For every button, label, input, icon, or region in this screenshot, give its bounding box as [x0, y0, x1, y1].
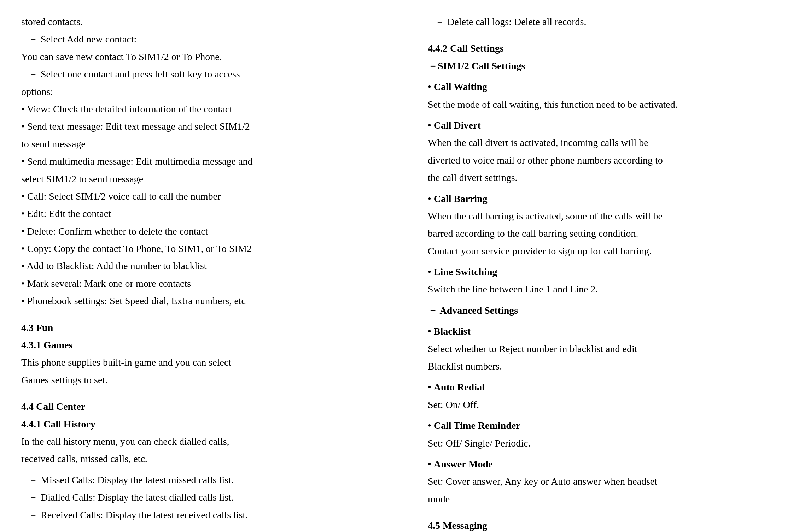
auto-redial-desc: Set: On/ Off.	[428, 397, 778, 412]
right-column: － Delete call logs: Delete all records. …	[400, 14, 778, 532]
call-divert-desc3: the call divert settings.	[428, 170, 778, 185]
games-subheading: 4.3.1 Games	[21, 337, 371, 353]
send-text-bullet: • Send text message: Edit text message a…	[21, 119, 371, 134]
view-bullet: • View: Check the detailed information o…	[21, 101, 371, 117]
games-line1: This phone supplies built-in game and yo…	[21, 355, 371, 370]
call-waiting-label: • Call Waiting	[428, 79, 778, 94]
line-switching-label: • Line Switching	[428, 264, 778, 279]
to-send-message-line: to send message	[21, 136, 371, 152]
games-line2: Games settings to set.	[21, 372, 371, 388]
line-switching-desc: Switch the line between Line 1 and Line …	[428, 282, 778, 297]
send-mms-bullet: • Send multimedia message: Edit multimed…	[21, 154, 371, 169]
call-barring-label: • Call Barring	[428, 191, 778, 206]
advanced-settings-heading: － Advanced Settings	[428, 303, 778, 318]
blacklist-block: • Blacklist Select whether to Reject num…	[428, 324, 778, 374]
left-text-block: stored contacts. － Select Add new contac…	[21, 14, 371, 522]
options-line: options:	[21, 84, 371, 99]
call-history-line2: received calls, missed calls, etc.	[21, 451, 371, 466]
messaging-section: 4.5 Messaging	[428, 518, 778, 532]
call-divert-label: • Call Divert	[428, 118, 778, 133]
answer-mode-block: • Answer Mode Set: Cover answer, Any key…	[428, 456, 778, 507]
call-center-heading: 4.4 Call Center	[21, 399, 371, 414]
auto-redial-label: • Auto Redial	[428, 379, 778, 395]
call-barring-desc2: barred according to the call barring set…	[428, 226, 778, 241]
call-history-subheading: 4.4.1 Call History	[21, 416, 371, 432]
answer-mode-desc2: mode	[428, 491, 778, 507]
missed-calls-item: － Missed Calls: Display the latest misse…	[21, 472, 371, 487]
call-divert-block: • Call Divert When the call divert is ac…	[428, 118, 778, 185]
messaging-heading: 4.5 Messaging	[428, 518, 778, 532]
call-divert-desc2: diverted to voice mail or other phone nu…	[428, 153, 778, 168]
dash-icon2: －	[28, 69, 38, 79]
call-center-section: 4.4 Call Center 4.4.1 Call History In th…	[21, 399, 371, 522]
call-barring-desc3: Contact your service provider to sign up…	[428, 243, 778, 259]
answer-mode-label: • Answer Mode	[428, 456, 778, 472]
phonebook-bullet: • Phonebook settings: Set Speed dial, Ex…	[21, 293, 371, 308]
call-barring-block: • Call Barring When the call barring is …	[428, 191, 778, 259]
call-settings-section: 4.4.2 Call Settings －SIM1/2 Call Setting…	[428, 41, 778, 532]
delete-bullet: • Delete: Confirm whether to delete the …	[21, 224, 371, 239]
sim-call-settings-subheading: －SIM1/2 Call Settings	[428, 58, 778, 73]
call-settings-heading: 4.4.2 Call Settings	[428, 41, 778, 56]
left-column: stored contacts. － Select Add new contac…	[21, 14, 400, 532]
select-add-dash: － Select Add new contact:	[21, 31, 371, 47]
call-history-line1: In the call history menu, you can check …	[21, 434, 371, 449]
call-history-items: － Missed Calls: Display the latest misse…	[21, 472, 371, 522]
call-time-reminder-desc: Set: Off/ Single/ Periodic.	[428, 436, 778, 451]
stored-contacts-line: stored contacts.	[21, 14, 371, 29]
auto-redial-block: • Auto Redial Set: On/ Off.	[428, 379, 778, 412]
page-container: stored contacts. － Select Add new contac…	[0, 0, 799, 532]
edit-bullet: • Edit: Edit the contact	[21, 206, 371, 221]
call-barring-desc1: When the call barring is activated, some…	[428, 208, 778, 224]
dialled-calls-item: － Dialled Calls: Display the latest dial…	[21, 490, 371, 505]
call-time-reminder-block: • Call Time Reminder Set: Off/ Single/ P…	[428, 418, 778, 451]
blacklist-desc2: Blacklist numbers.	[428, 359, 778, 374]
blacklist-bullet: • Add to Blacklist: Add the number to bl…	[21, 258, 371, 273]
fun-heading: 4.3 Fun	[21, 320, 371, 335]
received-calls-item: － Received Calls: Display the latest rec…	[21, 507, 371, 522]
line-switching-block: • Line Switching Switch the line between…	[428, 264, 778, 297]
sim-save-line: You can save new contact To SIM1/2 or To…	[21, 49, 371, 64]
advanced-settings-block: － Advanced Settings • Blacklist Select w…	[428, 303, 778, 507]
select-contact-dash: － Select one contact and press left soft…	[21, 66, 371, 82]
fun-section: 4.3 Fun 4.3.1 Games This phone supplies …	[21, 320, 371, 388]
call-bullet: • Call: Select SIM1/2 voice call to call…	[21, 189, 371, 204]
call-time-reminder-label: • Call Time Reminder	[428, 418, 778, 433]
blacklist-label: • Blacklist	[428, 324, 778, 339]
blacklist-desc1: Select whether to Reject number in black…	[428, 341, 778, 356]
copy-bullet: • Copy: Copy the contact To Phone, To SI…	[21, 241, 371, 256]
call-divert-desc1: When the call divert is activated, incom…	[428, 135, 778, 150]
dash-icon: －	[28, 34, 38, 45]
call-waiting-desc: Set the mode of call waiting, this funct…	[428, 97, 778, 112]
right-text-block: － Delete call logs: Delete all records. …	[428, 14, 778, 532]
call-waiting-block: • Call Waiting Set the mode of call wait…	[428, 79, 778, 112]
answer-mode-desc1: Set: Cover answer, Any key or Auto answe…	[428, 474, 778, 489]
mark-bullet: • Mark several: Mark one or more contact…	[21, 276, 371, 291]
delete-call-logs-item: － Delete call logs: Delete all records.	[428, 14, 778, 29]
select-sim-line: select SIM1/2 to send message	[21, 171, 371, 187]
